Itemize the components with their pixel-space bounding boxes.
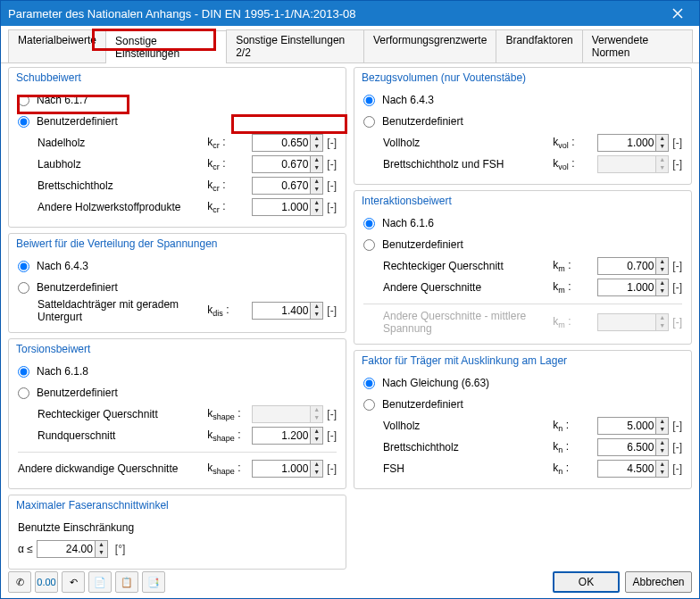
window-title: Parameter des Nationalen Anhangs - DIN E…: [8, 7, 356, 21]
radio-tors-618[interactable]: Nach 6.1.8: [18, 365, 88, 378]
group-faser: Maximaler Faseranschnittwinkel Benutzte …: [8, 495, 346, 570]
input-kshape-rect[interactable]: ▲▼: [252, 405, 323, 423]
input-andere-kcr[interactable]: ▲▼: [252, 198, 323, 216]
input-kshape-other[interactable]: ▲▼: [252, 460, 323, 478]
input-kn-voll[interactable]: ▲▼: [597, 417, 669, 435]
radio-bezug-user[interactable]: Benutzerdefiniert: [363, 115, 463, 128]
input-kvol-voll[interactable]: ▲▼: [597, 134, 669, 152]
input-kvol-fsh[interactable]: ▲▼: [597, 155, 669, 173]
input-kn-fsh[interactable]: ▲▼: [597, 460, 669, 478]
tab-bar: Materialbeiwerte Sonstige Einstellungen …: [1, 26, 699, 63]
group-ausklinkung: Faktor für Träger mit Ausklinkung am Lag…: [354, 350, 692, 489]
tab-material[interactable]: Materialbeiwerte: [8, 29, 106, 62]
input-nadelholz-kcr[interactable]: ▲▼: [252, 134, 323, 152]
tab-normen[interactable]: Verwendete Normen: [582, 29, 693, 62]
radio-tors-user[interactable]: Benutzerdefiniert: [18, 387, 118, 399]
radio-bezug-643[interactable]: Nach 6.4.3: [363, 94, 434, 106]
sym-kcr: kcr :: [207, 136, 252, 150]
sym-alpha: α ≤: [18, 543, 33, 555]
dialog-window: Parameter des Nationalen Anhangs - DIN E…: [0, 0, 700, 599]
bottom-bar: ✆ 0.00 ↶ 📄 📋 📑 OK Abbrechen: [8, 571, 692, 593]
radio-ausk-663[interactable]: Nach Gleichung (6.63): [363, 377, 489, 389]
input-brettschicht-kcr[interactable]: ▲▼: [252, 177, 323, 195]
group-verteilung: Beiwert für die Verteilung der Spannunge…: [8, 233, 346, 333]
precision-button[interactable]: 0.00: [35, 571, 58, 593]
radio-inter-616[interactable]: Nach 6.1.6: [363, 217, 434, 229]
help-button[interactable]: ✆: [8, 571, 31, 593]
label-andere-holz: Andere Holzwerkstoffprodukte: [38, 201, 207, 213]
group-title: Schubbeiwert: [16, 71, 337, 84]
tab-verformung[interactable]: Verformungsgrenzwerte: [363, 29, 496, 62]
tab-brand[interactable]: Brandfaktoren: [496, 29, 582, 62]
radio-vert-643[interactable]: Nach 6.4.3: [18, 260, 88, 272]
titlebar: Parameter des Nationalen Anhangs - DIN E…: [1, 1, 699, 26]
tab-sonstige-1[interactable]: Sonstige Einstellungen: [105, 30, 227, 63]
group-bezug: Bezugsvolumen (nur Voutenstäbe) Nach 6.4…: [354, 67, 692, 185]
input-km-mittel: ▲▼: [597, 313, 669, 331]
radio-schub-617[interactable]: Nach 6.1.7: [18, 94, 88, 106]
group-torsion: Torsionsbeiwert Nach 6.1.8 Benutzerdefin…: [8, 338, 346, 489]
input-laubholz-kcr[interactable]: ▲▼: [252, 155, 323, 173]
import-button[interactable]: 📄: [88, 571, 112, 593]
radio-schub-user[interactable]: Benutzerdefiniert: [18, 115, 118, 128]
input-km-other[interactable]: ▲▼: [597, 279, 669, 296]
group-interaktion: Interaktionsbeiwert Nach 6.1.6 Benutzerd…: [354, 190, 692, 345]
ok-button[interactable]: OK: [553, 571, 620, 593]
label-nadelholz: Nadelholz: [38, 137, 207, 149]
label-laubholz: Laubholz: [38, 158, 207, 171]
radio-vert-user[interactable]: Benutzerdefiniert: [18, 281, 118, 294]
tab-sonstige-2[interactable]: Sonstige Einstellungen 2/2: [226, 29, 364, 62]
input-alpha[interactable]: ▲▼: [37, 540, 108, 558]
close-button[interactable]: [663, 1, 692, 26]
input-km-rect[interactable]: ▲▼: [597, 257, 669, 275]
undo-button[interactable]: ↶: [62, 571, 85, 593]
export-button[interactable]: 📋: [115, 571, 138, 593]
label-brettschicht: Brettschichtholz: [38, 179, 207, 192]
radio-ausk-user[interactable]: Benutzerdefiniert: [363, 398, 463, 411]
cancel-button[interactable]: Abbrechen: [625, 571, 692, 593]
radio-inter-user[interactable]: Benutzerdefiniert: [363, 238, 463, 251]
group-schubbeiwert: Schubbeiwert Nach 6.1.7 Benutzerdefinier…: [8, 67, 346, 228]
input-kshape-round[interactable]: ▲▼: [252, 427, 323, 445]
input-kn-brett[interactable]: ▲▼: [597, 438, 669, 456]
notes-button[interactable]: 📑: [142, 571, 165, 593]
input-kdis[interactable]: ▲▼: [252, 302, 323, 320]
